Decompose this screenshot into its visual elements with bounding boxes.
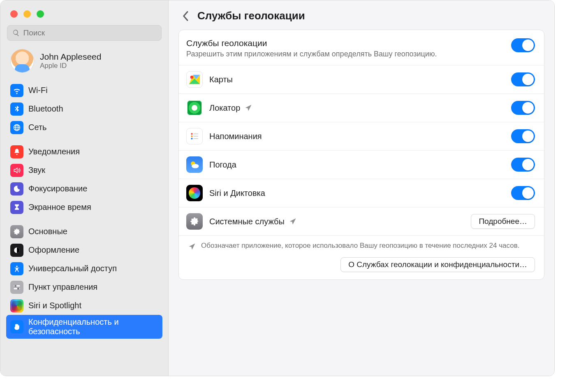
sidebar-item-label: Основные: [28, 225, 67, 238]
titlebar: Службы геолокации: [169, 0, 554, 30]
app-toggle-siri[interactable]: [511, 186, 535, 200]
sidebar-item-label: Экранное время: [28, 200, 91, 214]
sidebar-item-label: Пункт управления: [28, 280, 97, 294]
close-window-button[interactable]: [10, 10, 18, 18]
app-label: Напоминания: [209, 132, 505, 141]
bell-icon: [10, 145, 23, 158]
sidebar-item-general[interactable]: Основные: [6, 222, 162, 241]
location-services-toggle[interactable]: [511, 38, 535, 52]
sidebar-item-control-center[interactable]: Пункт управления: [6, 278, 162, 296]
sidebar-item-screentime[interactable]: Экранное время: [6, 198, 162, 216]
app-row-siri-dictation: Siri и Диктовка: [179, 179, 544, 207]
details-button[interactable]: Подробнее…: [471, 214, 535, 229]
location-arrow-icon: [188, 242, 196, 251]
minimize-window-button[interactable]: [23, 10, 31, 18]
sidebar-item-label: Bluetooth: [28, 102, 63, 116]
footnote-text: Обозначает приложение, которое использов…: [201, 242, 519, 250]
hand-icon: [10, 320, 23, 333]
app-toggle-weather[interactable]: [511, 158, 535, 172]
search-field[interactable]: [7, 25, 162, 41]
speaker-icon: [10, 164, 23, 177]
account-name: John Appleseed: [40, 52, 101, 62]
app-label: Карты: [209, 75, 505, 84]
footnote: Обозначает приложение, которое использов…: [179, 236, 544, 251]
svg-point-10: [191, 135, 192, 137]
page-title: Службы геолокации: [197, 9, 305, 22]
sidebar-item-siri-spotlight[interactable]: Siri и Spotlight: [6, 296, 162, 315]
findmy-icon: [186, 100, 203, 116]
svg-point-7: [17, 287, 19, 289]
siri-icon: [10, 299, 23, 312]
svg-point-6: [14, 285, 16, 287]
sidebar-item-label: Конфиденциальность и безопасность: [28, 317, 119, 336]
moon-icon: [10, 182, 23, 196]
app-toggle-reminders[interactable]: [511, 129, 535, 143]
account-sub: Apple ID: [40, 62, 101, 70]
app-row-weather: Погода: [179, 151, 544, 179]
panel-header-subtitle: Разрешить этим приложениям и службам опр…: [186, 50, 505, 58]
app-label: Погода: [209, 160, 505, 170]
search-icon: [12, 29, 20, 37]
avatar: [10, 49, 34, 73]
maps-icon: [186, 71, 203, 88]
appearance-icon: [10, 244, 23, 257]
bluetooth-icon: [10, 102, 23, 116]
sidebar-item-label: Сеть: [28, 121, 46, 134]
gear-icon: [10, 225, 23, 238]
zoom-window-button[interactable]: [37, 10, 44, 18]
location-arrow-icon: [289, 217, 297, 226]
svg-point-8: [190, 76, 194, 79]
sidebar-item-label: Универсальный доступ: [28, 262, 117, 275]
search-input[interactable]: [23, 28, 156, 37]
sidebar-account[interactable]: John Appleseed Apple ID: [0, 47, 168, 79]
svg-rect-13: [194, 136, 198, 137]
main-content: Службы геолокации Службы геолокации Разр…: [169, 0, 554, 376]
about-location-privacy-button[interactable]: О Службах геолокации и конфиденциальност…: [340, 257, 535, 272]
app-row-findmy: Локатор: [179, 94, 544, 122]
sidebar-item-label: Siri и Spotlight: [28, 299, 81, 312]
sidebar-item-sound[interactable]: Звук: [6, 161, 162, 179]
location-arrow-icon: [244, 104, 252, 112]
wifi-icon: [10, 84, 23, 97]
sidebar: John Appleseed Apple ID Wi-Fi Bluetooth: [0, 0, 169, 376]
svg-rect-12: [194, 134, 198, 135]
sidebar-item-appearance[interactable]: Оформление: [6, 241, 162, 259]
app-row-reminders: Напоминания: [179, 122, 544, 151]
window-controls: [0, 5, 168, 23]
sidebar-item-notifications[interactable]: Уведомления: [6, 142, 162, 161]
sidebar-item-label: Фокусирование: [28, 182, 87, 196]
app-label: Siri и Диктовка: [209, 189, 505, 198]
app-toggle-maps[interactable]: [511, 72, 535, 86]
sidebar-item-label: Звук: [28, 163, 45, 177]
sidebar-item-label: Wi-Fi: [28, 84, 48, 97]
sidebar-item-focus[interactable]: Фокусирование: [6, 179, 162, 198]
sidebar-item-label: Оформление: [28, 243, 79, 257]
app-toggle-findmy[interactable]: [511, 101, 535, 115]
accessibility-icon: [10, 262, 23, 275]
sidebar-item-bluetooth[interactable]: Bluetooth: [6, 100, 162, 118]
svg-point-11: [191, 138, 192, 140]
svg-point-3: [16, 265, 17, 267]
sliders-icon: [10, 281, 23, 294]
sidebar-item-label: Уведомления: [28, 145, 80, 158]
siri-dictation-icon: [186, 185, 203, 201]
sidebar-item-accessibility[interactable]: Универсальный доступ: [6, 259, 162, 278]
panel-header-title: Службы геолокации: [186, 38, 505, 48]
hourglass-icon: [10, 201, 23, 214]
weather-icon: [186, 156, 203, 173]
app-row-maps: Карты: [179, 65, 544, 94]
location-services-panel: Службы геолокации Разрешить этим приложе…: [178, 30, 544, 280]
reminders-icon: [186, 128, 203, 144]
svg-rect-14: [194, 138, 198, 139]
back-button[interactable]: [180, 10, 192, 22]
system-services-icon: [186, 213, 203, 230]
settings-window: John Appleseed Apple ID Wi-Fi Bluetooth: [0, 0, 555, 376]
sidebar-item-network[interactable]: Сеть: [6, 118, 162, 137]
app-label: Локатор: [209, 103, 505, 113]
sidebar-item-wifi[interactable]: Wi-Fi: [6, 81, 162, 100]
chevron-left-icon: [182, 11, 190, 21]
svg-point-16: [192, 164, 199, 168]
globe-icon: [10, 121, 23, 134]
panel-header-row: Службы геолокации Разрешить этим приложе…: [179, 31, 544, 65]
sidebar-item-privacy-security[interactable]: Конфиденциальность и безопасность: [6, 315, 162, 339]
